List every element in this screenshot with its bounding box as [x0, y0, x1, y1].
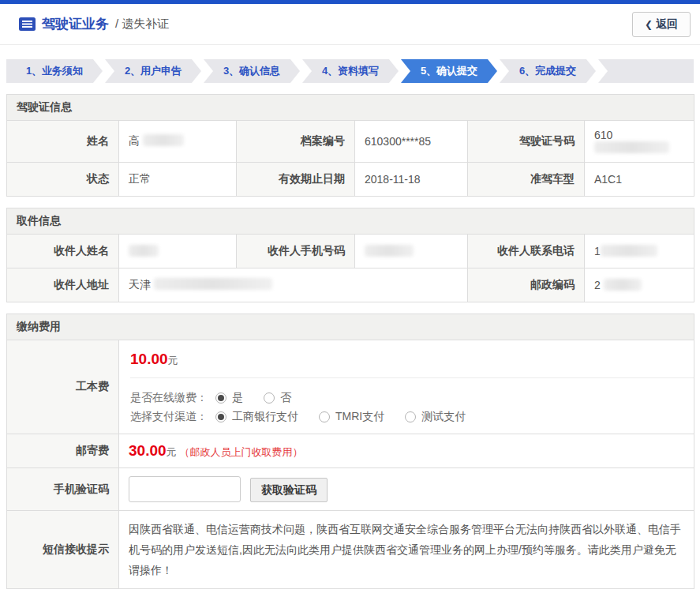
field-label-recipient-mobile: 收件人手机号码 — [237, 235, 355, 268]
online-pay-question: 是否在线缴费： — [130, 391, 208, 405]
section-title-license: 驾驶证信息 — [7, 95, 694, 121]
masked-value — [604, 279, 642, 291]
get-sms-code-button[interactable]: 获取验证码 — [250, 478, 328, 502]
masked-value — [365, 245, 414, 257]
page-header: 驾驶证业务 / 遗失补证 ❮ 返回 — [0, 4, 700, 45]
radio-channel-test[interactable]: 测试支付 — [405, 410, 466, 424]
sms-code-input[interactable] — [129, 476, 241, 502]
online-payment-options: 是否在线缴费： 是 否 选择支付渠道： 工商银行支付 TMRI支付 测试支付 — [130, 377, 694, 434]
masked-value — [594, 141, 669, 153]
field-value-postage-fee: 30.00元（邮政人员上门收取费用） — [119, 434, 694, 468]
radio-label: 测试支付 — [421, 410, 466, 424]
masked-value — [601, 245, 657, 257]
field-label-license-number: 驾驶证号码 — [468, 121, 585, 163]
breadcrumb-current: / 遗失补证 — [115, 17, 169, 32]
pickup-info-table: 取件信息 收件人姓名 收件人手机号码 收件人联系电话 1 收件人地址 天津 邮政… — [6, 208, 694, 302]
field-value-recipient-mobile — [355, 235, 468, 268]
field-label-postage-fee: 邮寄费 — [7, 434, 119, 468]
field-value-vehicle-class: A1C1 — [585, 163, 694, 197]
radio-unchecked-icon — [319, 411, 330, 422]
value-text: 高 — [129, 134, 140, 147]
radio-label: 否 — [280, 391, 291, 405]
work-fee-amount: 10.00 — [130, 351, 168, 367]
online-pay-question-row: 是否在线缴费： 是 否 — [130, 391, 694, 405]
table-row: 工本费 10.00元 是否在线缴费： 是 否 选择支付渠道： 工商银行支付 TM… — [7, 340, 694, 434]
back-button[interactable]: ❮ 返回 — [632, 12, 691, 37]
postage-unit: 元 — [167, 446, 177, 458]
work-fee-amount-line: 10.00元 — [130, 340, 694, 377]
sms-notice-text: 因陕西省联通、电信运营商技术问题，陕西省互联网交通安全综合服务管理平台无法向持陕… — [119, 511, 694, 589]
field-value-file-number: 610300****85 — [355, 121, 468, 163]
back-button-label: 返回 — [656, 17, 678, 32]
value-text: 1 — [594, 245, 601, 257]
field-value-recipient-name — [119, 235, 237, 268]
field-label-sms-notice: 短信接收提示 — [7, 511, 119, 589]
radio-channel-tmri[interactable]: TMRI支付 — [319, 410, 384, 424]
value-text: 610 — [594, 129, 612, 141]
table-row: 短信接收提示 因陕西省联通、电信运营商技术问题，陕西省互联网交通安全综合服务管理… — [7, 511, 694, 589]
field-label-recipient-address: 收件人地址 — [7, 268, 119, 302]
field-label-file-number: 档案编号 — [237, 121, 355, 163]
value-text: 天津 — [129, 278, 151, 291]
table-row: 手机验证码 获取验证码 — [7, 468, 694, 511]
radio-label: 是 — [232, 391, 243, 405]
table-row: 状态 正常 有效期止日期 2018-11-18 准驾车型 A1C1 — [7, 163, 694, 197]
postage-amount: 30.00 — [129, 442, 167, 459]
table-row: 姓名 高 档案编号 610300****85 驾驶证号码 610 — [7, 121, 694, 163]
field-label-status: 状态 — [7, 163, 119, 197]
field-label-recipient-phone: 收件人联系电话 — [468, 235, 585, 268]
step-3-confirm-info[interactable]: 3、确认信息 — [204, 59, 300, 83]
masked-value — [154, 278, 272, 290]
step-wizard: 1、业务须知 2、用户申告 3、确认信息 4、资料填写 5、确认提交 6、完成提… — [6, 59, 694, 83]
list-icon — [19, 17, 36, 31]
radio-checked-icon — [215, 392, 226, 404]
step-5-confirm-submit[interactable]: 5、确认提交 — [401, 59, 497, 83]
page-title: 驾驶证业务 — [42, 15, 109, 33]
pay-channel-question: 选择支付渠道： — [130, 410, 208, 424]
section-title-pickup: 取件信息 — [7, 208, 694, 235]
postage-note: （邮政人员上门收取费用） — [180, 446, 303, 458]
step-2-user-declaration[interactable]: 2、用户申告 — [105, 59, 201, 83]
field-label-vehicle-class: 准驾车型 — [468, 163, 585, 197]
radio-channel-icbc[interactable]: 工商银行支付 — [215, 410, 298, 424]
field-value-name: 高 — [119, 121, 237, 163]
field-value-recipient-address: 天津 — [119, 268, 468, 302]
value-text: 2 — [594, 279, 601, 291]
step-6-complete-submit[interactable]: 6、完成提交 — [500, 59, 596, 83]
table-row: 邮寄费 30.00元（邮政人员上门收取费用） — [7, 434, 694, 468]
field-value-expiry: 2018-11-18 — [355, 163, 468, 197]
step-bar-filler — [598, 59, 694, 83]
field-value-recipient-phone: 1 — [585, 235, 694, 268]
table-row: 收件人姓名 收件人手机号码 收件人联系电话 1 — [7, 235, 694, 268]
field-value-status: 正常 — [119, 163, 237, 197]
field-label-recipient-name: 收件人姓名 — [7, 235, 119, 268]
step-4-fill-data[interactable]: 4、资料填写 — [302, 59, 399, 83]
step-1-business-notes[interactable]: 1、业务须知 — [6, 59, 103, 83]
field-value-sms-code: 获取验证码 — [119, 468, 694, 511]
radio-online-no[interactable]: 否 — [264, 391, 291, 405]
chevron-left-icon: ❮ — [645, 19, 653, 30]
field-label-expiry: 有效期止日期 — [237, 163, 355, 197]
payment-table: 缴纳费用 工本费 10.00元 是否在线缴费： 是 否 选择支付渠道： 工商银行… — [6, 314, 694, 589]
section-title-payment: 缴纳费用 — [7, 314, 694, 340]
radio-unchecked-icon — [264, 392, 275, 404]
field-label-name: 姓名 — [7, 121, 119, 163]
radio-checked-icon — [215, 411, 226, 422]
pay-channel-row: 选择支付渠道： 工商银行支付 TMRI支付 测试支付 — [130, 410, 694, 424]
radio-label: 工商银行支付 — [232, 410, 298, 424]
field-label-work-fee: 工本费 — [7, 340, 119, 434]
field-value-work-fee: 10.00元 是否在线缴费： 是 否 选择支付渠道： 工商银行支付 TMRI支付… — [119, 340, 694, 434]
radio-online-yes[interactable]: 是 — [215, 391, 243, 405]
license-info-table: 驾驶证信息 姓名 高 档案编号 610300****85 驾驶证号码 610 状… — [6, 94, 694, 197]
field-label-zip-code: 邮政编码 — [468, 268, 585, 302]
radio-label: TMRI支付 — [335, 410, 384, 424]
table-row: 收件人地址 天津 邮政编码 2 — [7, 268, 694, 302]
field-value-zip-code: 2 — [585, 268, 694, 302]
field-label-sms-code: 手机验证码 — [7, 468, 119, 511]
field-value-license-number: 610 — [585, 121, 694, 163]
masked-value — [143, 134, 184, 146]
work-fee-unit: 元 — [168, 355, 178, 366]
radio-unchecked-icon — [405, 411, 416, 422]
masked-value — [129, 245, 159, 257]
